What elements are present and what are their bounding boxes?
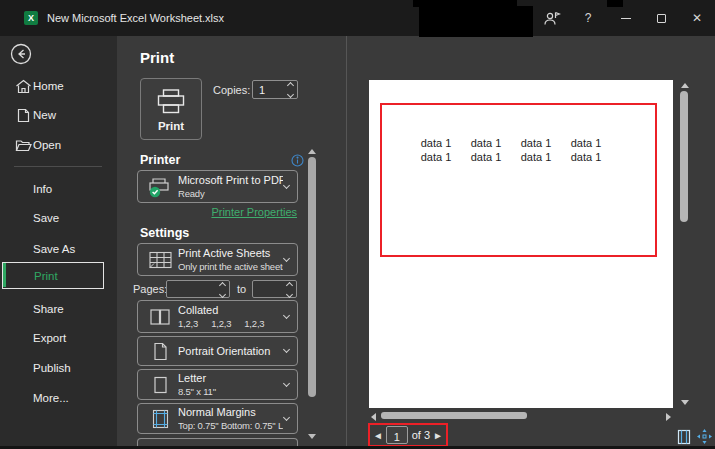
maximize-icon [657,14,666,23]
collation-dropdown[interactable]: Collated 1,2,3 1,2,3 1,2,3 [137,300,298,333]
pages-from-stepper[interactable] [166,280,230,298]
sidebar-item-save-as[interactable]: Save As [0,239,117,259]
margins-subtitle: Top: 0.75" Bottom: 0.75" L... [178,420,283,431]
chevron-down-icon [283,254,290,261]
preview-cell: data 1 [461,136,511,150]
sidebar-item-more[interactable]: More... [0,388,117,408]
sidebar-item-label: Save As [33,243,75,255]
margins-dropdown[interactable]: Normal Margins Top: 0.75" Bottom: 0.75" … [137,403,298,434]
sidebar-item-label: More... [33,392,69,404]
chevron-down-icon [219,291,226,298]
minimize-icon [621,18,631,19]
pages-from-input[interactable] [173,282,197,297]
stepper-arrows[interactable] [220,283,225,297]
sidebar-item-info[interactable]: Info [0,179,117,199]
info-icon[interactable] [291,153,304,171]
scroll-up-arrow-icon[interactable] [681,83,689,88]
pages-to-input[interactable] [259,282,283,297]
back-arrow-icon [10,43,32,65]
preview-horizontal-scrollbar-thumb[interactable] [381,412,527,419]
preview-vertical-scrollbar-thumb[interactable] [680,91,688,222]
excel-print-backstage-window: X New Microsoft Excel Worksheet.xlsx ? ✕ [0,0,715,449]
print-what-subtitle: Only print the active sheets [178,261,283,272]
chevron-up-icon [219,282,226,289]
sidebar-item-label: Info [33,183,52,195]
sidebar-item-label: Open [33,139,61,151]
next-page-button[interactable]: ► [430,430,446,441]
preview-cell: data 1 [411,150,461,164]
sidebar-item-new[interactable]: New [0,105,117,125]
sidebar-item-print[interactable]: Print [2,262,104,289]
scroll-right-arrow-icon[interactable] [666,413,671,421]
collation-title: Collated [178,304,283,316]
sidebar-item-label: New [33,109,56,121]
print-what-dropdown[interactable]: Print Active Sheets Only print the activ… [137,243,298,276]
sidebar-item-publish[interactable]: Publish [0,358,117,378]
panel-divider [346,36,347,446]
scroll-up-arrow-icon[interactable] [308,149,316,154]
home-icon [14,79,32,94]
scroll-down-arrow-icon[interactable] [308,434,316,439]
sidebar-item-open[interactable]: Open [0,135,117,155]
chevron-down-icon [286,291,293,298]
page-number-input[interactable] [387,429,407,445]
chevron-down-icon [283,379,290,386]
scroll-down-arrow-icon[interactable] [681,400,689,405]
sidebar-item-export[interactable]: Export [0,328,117,348]
page-count-label: of 3 [412,429,430,441]
chevron-up-icon [286,282,293,289]
print-button-label: Print [158,120,184,132]
printer-dropdown[interactable]: Microsoft Print to PDF Ready [137,170,298,203]
share-people-button[interactable] [538,0,566,36]
paper-size-subtitle: 8.5" x 11" [178,386,283,397]
portrait-page-icon [144,337,176,365]
show-margins-icon [677,429,691,445]
preview-cell: data 1 [461,150,511,164]
open-folder-icon [14,139,32,152]
margins-title: Normal Margins [178,406,283,418]
titlebar: X New Microsoft Excel Worksheet.xlsx ? ✕ [0,0,715,36]
printer-properties-link[interactable]: Printer Properties [0,206,297,218]
printer-status: Ready [178,188,283,199]
annotation-rectangle [380,103,657,257]
scroll-left-arrow-icon[interactable] [371,413,376,421]
chevron-down-icon [283,346,290,353]
preview-cell: data 1 [411,136,461,150]
backstage-sidebar: Home New Open Info Save S [0,36,117,449]
printer-section-heading: Printer [140,153,180,167]
settings-section-heading: Settings [140,226,189,240]
stepper-arrows[interactable] [287,283,292,297]
stepper-arrows[interactable] [288,83,293,97]
copies-label: Copies: [213,84,250,96]
paper-size-title: Letter [178,372,283,384]
maximize-button[interactable] [648,0,674,36]
chevron-up-icon [287,82,294,89]
sidebar-item-share[interactable]: Share [0,299,117,319]
sidebar-item-home[interactable]: Home [0,76,117,96]
printer-name: Microsoft Print to PDF [178,174,283,186]
printer-icon [156,89,186,114]
window-title: New Microsoft Excel Worksheet.xlsx [47,12,224,24]
preview-cell: data 1 [561,136,611,150]
orientation-dropdown[interactable]: Portrait Orientation [137,336,298,366]
sidebar-divider [14,166,102,167]
settings-scrollbar-thumb[interactable] [308,157,316,397]
preview-data-table: data 1 data 1 data 1 data 1 data 1 data … [411,136,611,164]
pages-to-stepper[interactable] [252,280,297,298]
paper-size-icon [144,370,176,399]
print-button[interactable]: Print [140,78,202,140]
copies-stepper[interactable] [252,80,298,99]
copies-input[interactable] [259,82,283,97]
sidebar-item-label: Print [34,270,58,282]
minimize-button[interactable] [613,0,639,36]
preview-cell: data 1 [511,136,561,150]
people-icon [543,11,561,26]
paper-size-dropdown[interactable]: Letter 8.5" x 11" [137,369,298,400]
close-button[interactable]: ✕ [684,0,710,36]
page-title: Print [140,49,174,66]
help-button[interactable]: ? [576,0,600,36]
pages-label: Pages: [133,283,167,295]
back-button[interactable] [10,43,32,69]
previous-page-button[interactable]: ◄ [370,430,386,441]
chevron-down-icon [283,311,290,318]
